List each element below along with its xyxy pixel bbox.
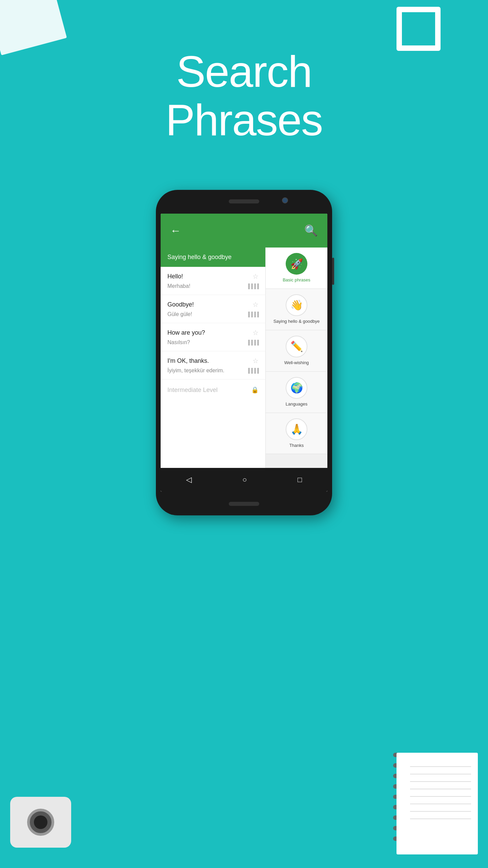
back-button[interactable]: ← — [170, 224, 181, 237]
nav-back-button[interactable]: ◁ — [186, 475, 192, 484]
page-heading: Search Phrases — [0, 47, 488, 144]
phrase-english-hello: Hello! ☆ — [161, 267, 265, 282]
cat-icon-thanks: 🙏 — [286, 418, 307, 440]
phrase-text-goodbye: Goodbye! — [167, 301, 194, 308]
phone-speaker-top — [229, 199, 259, 203]
phrase-group-hello: Hello! ☆ Merhaba! ▐▐▐▐ — [161, 267, 265, 295]
cat-icon-languages: 🌍 — [286, 377, 307, 399]
phone-mockup: ← 🔍 Saying hello & goodbye Hello! ☆ — [156, 190, 332, 515]
category-basic-phrases[interactable]: 🚀 Basic phrases — [266, 248, 327, 289]
category-well-wishing[interactable]: ✏️ Well-wishing — [266, 330, 327, 372]
bars-hello[interactable]: ▐▐▐▐ — [246, 283, 259, 289]
phrase-translation-hello: Merhaba! ▐▐▐▐ — [161, 282, 265, 295]
phrase-translation-imok: İyiyim, teşekkür ederim. ▐▐▐▐ — [161, 366, 265, 379]
locked-item-intermediate: Intermediate Level 🔒 — [161, 379, 265, 400]
phrase-group-howareyou: How are you? ☆ Nasılsın? ▐▐▐▐ — [161, 323, 265, 351]
phrase-english-goodbye: Goodbye! ☆ — [161, 295, 265, 310]
heading-line1: Search — [0, 47, 488, 96]
phrase-text-imok: I'm OK, thanks. — [167, 357, 209, 364]
category-thanks[interactable]: 🙏 Thanks — [266, 413, 327, 454]
cat-label-hello: Saying hello & goodbye — [273, 319, 320, 324]
phrase-group-goodbye: Goodbye! ☆ Güle güle! ▐▐▐▐ — [161, 295, 265, 323]
search-button[interactable]: 🔍 — [304, 224, 318, 237]
nav-home-button[interactable]: ○ — [242, 475, 247, 484]
phrase-english-imok: I'm OK, thanks. ☆ — [161, 351, 265, 366]
cat-label-languages: Languages — [286, 401, 307, 407]
decorative-notebook-br — [383, 746, 478, 854]
cat-icon-hello: 👋 — [286, 294, 307, 316]
phrases-list: Saying hello & goodbye Hello! ☆ Merhaba!… — [161, 248, 266, 492]
phone-camera — [282, 197, 288, 203]
star-goodbye[interactable]: ☆ — [252, 300, 259, 309]
category-languages[interactable]: 🌍 Languages — [266, 372, 327, 413]
star-imok[interactable]: ☆ — [252, 357, 259, 365]
phrase-text-howareyou: How are you? — [167, 329, 205, 336]
star-howareyou[interactable]: ☆ — [252, 329, 259, 337]
app-header: ← 🔍 — [161, 214, 327, 248]
cat-label-basic: Basic phrases — [283, 277, 310, 283]
lock-icon: 🔒 — [251, 386, 259, 394]
bars-howareyou[interactable]: ▐▐▐▐ — [246, 340, 259, 345]
star-hello[interactable]: ☆ — [252, 272, 259, 280]
phrase-english-howareyou: How are you? ☆ — [161, 323, 265, 338]
list-category-header: Saying hello & goodbye — [161, 248, 265, 267]
bars-goodbye[interactable]: ▐▐▐▐ — [246, 312, 259, 317]
decorative-camera-bl — [10, 773, 78, 848]
heading-line2: Phrases — [0, 96, 488, 144]
translation-text-imok: İyiyim, teşekkür ederim. — [167, 368, 224, 374]
bars-imok[interactable]: ▐▐▐▐ — [246, 368, 259, 373]
translation-text-hello: Merhaba! — [167, 283, 190, 289]
cat-label-wellwishing: Well-wishing — [284, 360, 309, 366]
content-area: Saying hello & goodbye Hello! ☆ Merhaba!… — [161, 248, 327, 492]
translation-text-howareyou: Nasılsın? — [167, 339, 190, 346]
decorative-frame-tr — [413, 0, 468, 54]
phone-shell: ← 🔍 Saying hello & goodbye Hello! ☆ — [156, 190, 332, 515]
translation-text-goodbye: Güle güle! — [167, 311, 192, 317]
phone-screen: ← 🔍 Saying hello & goodbye Hello! ☆ — [161, 214, 327, 492]
phrase-translation-goodbye: Güle güle! ▐▐▐▐ — [161, 310, 265, 323]
cat-label-thanks: Thanks — [289, 443, 304, 449]
phrase-translation-howareyou: Nasılsın? ▐▐▐▐ — [161, 338, 265, 351]
phone-speaker-bottom — [229, 502, 259, 506]
phrase-text-hello: Hello! — [167, 273, 183, 280]
phrase-group-imok: I'm OK, thanks. ☆ İyiyim, teşekkür ederi… — [161, 351, 265, 379]
cat-icon-wellwishing: ✏️ — [286, 336, 307, 357]
categories-panel: 🚀 Basic phrases 👋 Saying hello & goodbye… — [266, 248, 327, 492]
nav-bar: ◁ ○ □ — [161, 468, 327, 492]
nav-recent-button[interactable]: □ — [298, 475, 302, 484]
category-hello-goodbye[interactable]: 👋 Saying hello & goodbye — [266, 289, 327, 330]
phone-side-button — [332, 258, 334, 285]
locked-label: Intermediate Level — [167, 387, 218, 394]
cat-icon-basic: 🚀 — [286, 253, 307, 275]
